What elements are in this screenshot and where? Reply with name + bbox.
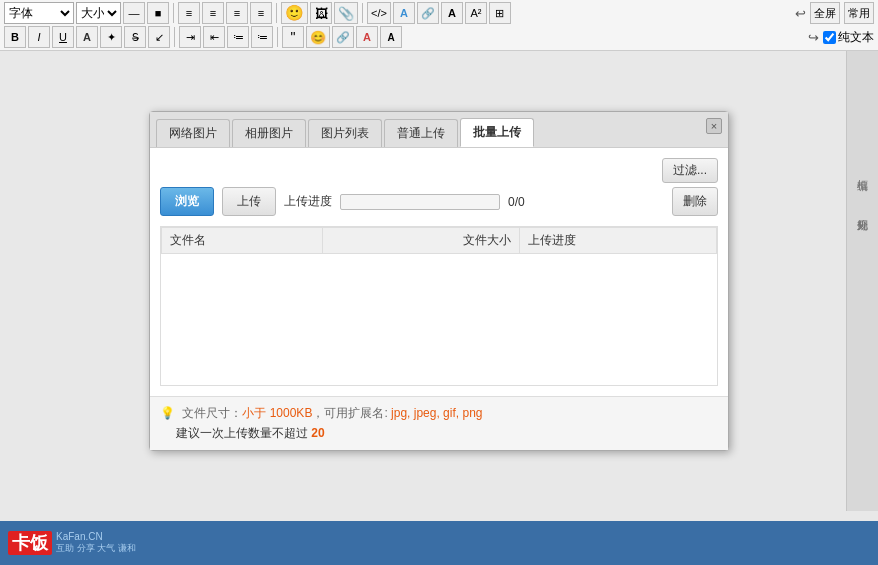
hr-btn[interactable]: — xyxy=(123,2,145,24)
separator3 xyxy=(362,3,363,23)
bottom-bar: 卡饭 KaFan.CN 互助 分享 大气 谦和 xyxy=(0,521,878,565)
font2-btn[interactable]: A xyxy=(356,26,378,48)
modal-overlay: 网络图片 相册图片 图片列表 普通上传 批量上传 × 过滤... 浏览 上传 上… xyxy=(0,51,878,511)
filter-btn[interactable]: 过滤... xyxy=(662,158,718,183)
file-table: 文件名 文件大小 上传进度 xyxy=(161,227,717,254)
outdent-btn[interactable]: ⇤ xyxy=(203,26,225,48)
normal-btn[interactable]: 常用 xyxy=(844,2,874,24)
progress-count: 0/0 xyxy=(508,195,538,209)
font-select[interactable]: 字体 xyxy=(4,2,74,24)
emoji-btn[interactable]: 🙂 xyxy=(281,2,308,24)
col-filesize: 文件大小 xyxy=(322,228,519,254)
tab-batch-upload[interactable]: 批量上传 xyxy=(460,118,534,147)
hint-ext-value: jpg, jpeg, gif, png xyxy=(391,406,482,420)
fontcolor-btn[interactable]: A xyxy=(76,26,98,48)
brand-slogan: 互助 分享 大气 谦和 xyxy=(56,542,136,555)
link2-btn[interactable]: 🔗 xyxy=(332,26,354,48)
hint-size-label: 文件尺寸： xyxy=(182,406,242,420)
bold-btn[interactable]: B xyxy=(4,26,26,48)
separator4 xyxy=(174,27,175,47)
code-btn[interactable]: </> xyxy=(367,2,391,24)
toolbar-right2: ↪ 纯文本 xyxy=(808,29,874,46)
face2-btn[interactable]: 😊 xyxy=(306,26,330,48)
brand-logo: 卡饭 xyxy=(8,531,52,555)
attach-btn[interactable]: 📎 xyxy=(334,2,358,24)
progress-bar xyxy=(340,194,500,210)
separator5 xyxy=(277,27,278,47)
strike-btn[interactable]: S̶ xyxy=(124,26,146,48)
col-upload-progress: 上传进度 xyxy=(519,228,716,254)
col-filename: 文件名 xyxy=(162,228,323,254)
dialog-footer: 💡 文件尺寸：小于 1000KB，可用扩展名: jpg, jpeg, gif, … xyxy=(150,396,728,450)
filter-area: 过滤... xyxy=(160,158,718,183)
dialog-tabs: 网络图片 相册图片 图片列表 普通上传 批量上传 × xyxy=(150,112,728,148)
hint-line2-num: 20 xyxy=(311,426,324,440)
toolbar-right: ↩ 全屏 常用 xyxy=(795,2,874,24)
fontsmall-btn[interactable]: A xyxy=(380,26,402,48)
progress-label: 上传进度 xyxy=(284,193,332,210)
hint-line1: 💡 文件尺寸：小于 1000KB，可用扩展名: jpg, jpeg, gif, … xyxy=(160,405,718,422)
align-justify-btn[interactable]: ≡ xyxy=(250,2,272,24)
font-size-btn[interactable]: A xyxy=(441,2,463,24)
separator1 xyxy=(173,3,174,23)
tab-normal-upload[interactable]: 普通上传 xyxy=(384,119,458,147)
hint-ext-prefix: ，可用扩展名: xyxy=(312,406,387,420)
block-btn[interactable]: ■ xyxy=(147,2,169,24)
upload-controls: 浏览 上传 上传进度 0/0 删除 xyxy=(160,187,718,216)
table-btn[interactable]: ⊞ xyxy=(489,2,511,24)
separator2 xyxy=(276,3,277,23)
highlight-btn[interactable]: ✦ xyxy=(100,26,122,48)
brand-en: KaFan.CN xyxy=(56,531,136,542)
fullscreen-btn[interactable]: 全屏 xyxy=(810,2,840,24)
delete-btn[interactable]: 删除 xyxy=(672,187,718,216)
main-area: 网络图片 相册图片 图片列表 普通上传 批量上传 × 过滤... 浏览 上传 上… xyxy=(0,51,878,511)
plain-text-checkbox[interactable] xyxy=(823,31,836,44)
align-right-btn[interactable]: ≡ xyxy=(226,2,248,24)
hint-line2-prefix: 建议一次上传数量不超过 xyxy=(176,426,308,440)
file-list-area: 文件名 文件大小 上传进度 xyxy=(160,226,718,386)
toolbar-row2: B I U A ✦ S̶ ↙ ⇥ ⇤ ≔ ≔ " 😊 🔗 A A ↪ 纯文本 xyxy=(4,26,874,48)
image-btn[interactable]: 🖼 xyxy=(310,2,332,24)
align-left-btn[interactable]: ≡ xyxy=(178,2,200,24)
browse-btn[interactable]: 浏览 xyxy=(160,187,214,216)
upload-dialog: 网络图片 相册图片 图片列表 普通上传 批量上传 × 过滤... 浏览 上传 上… xyxy=(149,111,729,451)
plain-text-label: 纯文本 xyxy=(823,29,874,46)
upload-btn[interactable]: 上传 xyxy=(222,187,276,216)
hint-size-value: 小于 1000KB xyxy=(242,406,312,420)
back-btn[interactable]: ↩ xyxy=(795,6,806,21)
tab-network-image[interactable]: 网络图片 xyxy=(156,119,230,147)
subscript-btn[interactable]: ↙ xyxy=(148,26,170,48)
quote-btn[interactable]: " xyxy=(282,26,304,48)
ul-btn[interactable]: ≔ xyxy=(251,26,273,48)
brand-area: 卡饭 KaFan.CN 互助 分享 大气 谦和 xyxy=(8,531,136,555)
super-btn[interactable]: A² xyxy=(465,2,487,24)
indent-btn[interactable]: ⇥ xyxy=(179,26,201,48)
underline-btn[interactable]: U xyxy=(52,26,74,48)
close-btn[interactable]: × xyxy=(706,118,722,134)
size-select[interactable]: 大小 xyxy=(76,2,121,24)
dialog-body: 过滤... 浏览 上传 上传进度 0/0 删除 xyxy=(150,148,728,396)
hint-line2: 建议一次上传数量不超过 20 xyxy=(160,425,718,442)
align-center-btn[interactable]: ≡ xyxy=(202,2,224,24)
tab-album-image[interactable]: 相册图片 xyxy=(232,119,306,147)
hint-icon: 💡 xyxy=(160,406,175,420)
toolbar-row1: 字体 大小 — ■ ≡ ≡ ≡ ≡ 🙂 🖼 📎 </> A 🔗 A A² ⊞ ↩… xyxy=(4,2,874,24)
ol-btn[interactable]: ≔ xyxy=(227,26,249,48)
italic-btn[interactable]: I xyxy=(28,26,50,48)
toolbar-area: 字体 大小 — ■ ≡ ≡ ≡ ≡ 🙂 🖼 📎 </> A 🔗 A A² ⊞ ↩… xyxy=(0,0,878,51)
color-btn[interactable]: A xyxy=(393,2,415,24)
redo-btn[interactable]: ↪ xyxy=(808,30,819,45)
link-btn[interactable]: 🔗 xyxy=(417,2,439,24)
tab-image-list[interactable]: 图片列表 xyxy=(308,119,382,147)
